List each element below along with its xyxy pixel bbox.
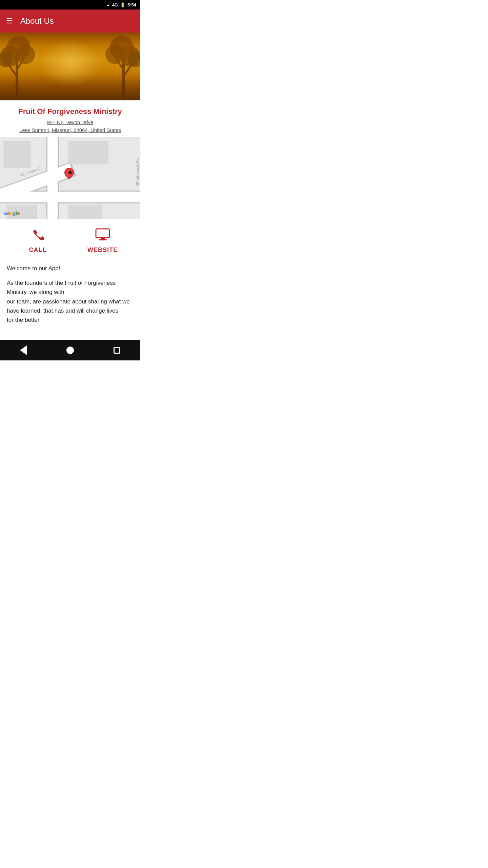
google-g2: g [13,211,16,216]
map-pin [64,168,74,177]
actions-row: CALL WEBSITE [0,219,140,260]
address-line2[interactable]: Lees Summit, Missouri, 64064 [19,127,88,133]
svg-point-16 [105,45,124,64]
call-label: CALL [29,246,47,254]
signal-label: 4G [112,2,118,7]
svg-rect-20 [99,239,107,240]
page-title: About Us [20,16,54,26]
hero-tree-left [0,36,44,100]
google-o2: o [10,211,13,216]
google-g: G [3,211,7,216]
map-block-1 [68,141,108,164]
hero-glow [40,39,101,87]
address-country: , United States [88,127,121,133]
road-horizontal [0,192,140,202]
website-label: WEBSITE [87,246,118,254]
address-line1[interactable]: 921 NE Devon Drive [47,119,94,125]
signal-icon: ▲ [106,3,110,7]
road-vertical [47,137,58,219]
menu-icon[interactable]: ☰ [6,17,13,25]
svg-rect-18 [96,229,109,238]
back-icon [20,346,27,355]
monitor-icon [95,228,110,244]
recents-icon [114,347,120,354]
hero-tree-right [96,36,140,100]
status-bar: ▲ 4G 🔋 5:54 [0,0,140,9]
call-button[interactable]: CALL [18,228,58,254]
home-icon [66,347,74,354]
pin-dot [68,170,73,175]
header: ☰ About Us [0,9,140,33]
clock: 5:54 [127,2,136,7]
road-label-right: NE Lakewood Way [136,158,140,186]
ministry-section: Fruit Of Forgiveness Ministry 921 NE Dev… [0,100,140,137]
ministry-name: Fruit Of Forgiveness Ministry [5,107,135,116]
recents-button[interactable] [114,347,120,354]
welcome-text: Welcome to our App! [7,264,134,273]
map-bg: NE Devon Dr NE Lakewood Way Google [0,137,140,219]
map-container[interactable]: NE Devon Dr NE Lakewood Way Google [0,137,140,219]
website-button[interactable]: WEBSITE [82,228,123,254]
pin-head [62,166,76,179]
ministry-address: 921 NE Devon Drive Lees Summit, Missouri… [5,119,135,134]
bottom-nav [0,340,140,360]
about-text: As the founders of the Fruit of Forgiven… [7,278,134,324]
map-block-3 [68,205,102,219]
phone-icon [31,228,45,244]
map-block-2 [3,141,30,168]
google-e: e [17,211,20,216]
svg-point-7 [16,45,35,64]
home-button[interactable] [66,347,74,354]
hero-banner [0,33,140,100]
svg-rect-19 [101,238,105,239]
battery-icon: 🔋 [120,2,125,7]
content-section: Welcome to our App! As the founders of t… [0,260,140,340]
google-label: Google [3,211,20,216]
back-button[interactable] [20,346,27,355]
